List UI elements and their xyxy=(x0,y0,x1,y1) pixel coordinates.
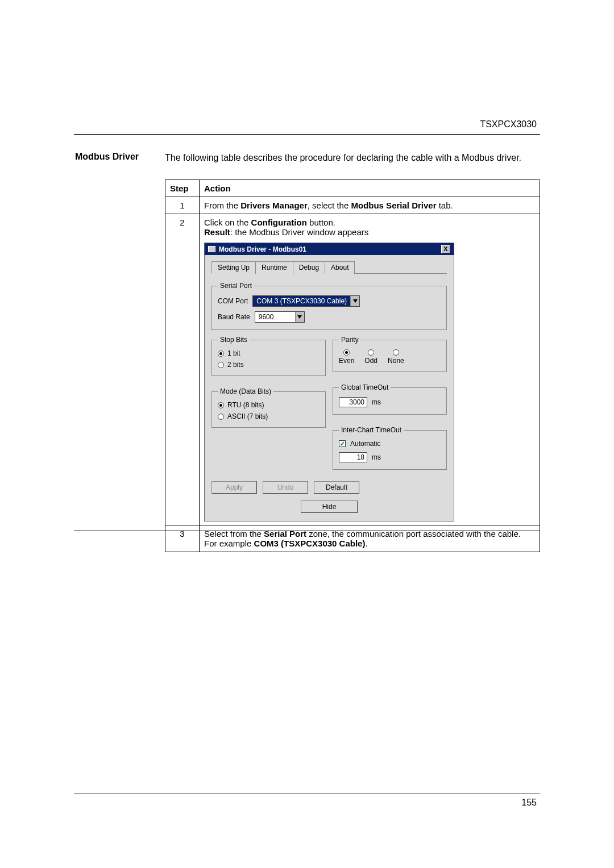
parity-none[interactable]: None xyxy=(388,349,404,365)
intro-paragraph: The following table describes the proced… xyxy=(165,152,537,164)
window-icon xyxy=(208,246,215,252)
col-step: Step xyxy=(165,180,200,197)
baud-rate-value: 9600 xyxy=(255,312,295,322)
checkbox-label: Automatic xyxy=(350,440,380,448)
stop-bits-legend: Stop Bits xyxy=(218,336,250,344)
radio-label: ASCII (7 bits) xyxy=(227,412,268,420)
svg-marker-1 xyxy=(297,315,302,319)
chevron-down-icon xyxy=(350,296,359,306)
steps-table-wrap: Step Action 1 From the Drivers Manager, … xyxy=(165,180,540,552)
svg-marker-0 xyxy=(353,299,358,303)
document-page: TSXPCX3030 Modbus Driver The following t… xyxy=(0,0,614,868)
radio-icon xyxy=(343,349,350,356)
parity-even[interactable]: Even xyxy=(339,349,354,365)
mode-rtu[interactable]: RTU (8 bits) xyxy=(218,401,320,409)
mid-rule xyxy=(74,531,540,531)
radio-label: Even xyxy=(339,357,354,365)
radio-label: None xyxy=(388,357,404,365)
inter-chart-timeout-input[interactable]: 18 xyxy=(339,452,367,462)
radio-icon xyxy=(218,414,224,420)
radio-label: Odd xyxy=(364,357,377,365)
parity-odd[interactable]: Odd xyxy=(364,349,377,365)
global-timeout-fieldset: Global TimeOut 3000 ms xyxy=(333,383,447,415)
hide-button[interactable]: Hide xyxy=(301,500,358,513)
step1-action: From the Drivers Manager, select the Mod… xyxy=(200,197,540,214)
step-number: 3 xyxy=(165,525,200,552)
radio-icon xyxy=(368,349,374,356)
table-header-row: Step Action xyxy=(165,180,540,197)
radio-label: RTU (8 bits) xyxy=(227,401,264,409)
top-rule xyxy=(74,134,540,135)
bold-text: Drivers Manager xyxy=(240,201,308,210)
close-button[interactable]: X xyxy=(441,245,450,253)
mode-ascii[interactable]: ASCII (7 bits) xyxy=(218,412,320,420)
unit-label: ms xyxy=(372,453,381,461)
baud-rate-label: Baud Rate xyxy=(218,313,250,321)
parity-legend: Parity xyxy=(339,336,361,344)
stop-bits-1[interactable]: 1 bit xyxy=(218,349,320,357)
table-row: 2 Click on the Configuration button. Res… xyxy=(165,214,540,525)
table-row: 3 Select from the Serial Port zone, the … xyxy=(165,525,540,552)
global-timeout-legend: Global TimeOut xyxy=(339,383,391,391)
radio-icon xyxy=(393,349,399,356)
bold-text: Result xyxy=(204,227,230,237)
text: : the Modbus Driver window appears xyxy=(230,227,368,237)
step2-action: Click on the Configuration button. Resul… xyxy=(200,214,540,525)
bold-text: Modbus Serial Driver xyxy=(351,201,436,210)
checkbox-icon: ✓ xyxy=(339,440,346,447)
header-product: TSXPCX3030 xyxy=(480,119,537,130)
steps-table: Step Action 1 From the Drivers Manager, … xyxy=(165,180,540,552)
inter-chart-timeout-fieldset: Inter-Chart TimeOut ✓ Automatic 18 xyxy=(333,426,447,470)
radio-icon xyxy=(218,362,224,368)
apply-button[interactable]: Apply xyxy=(211,481,257,494)
parity-fieldset: Parity Even xyxy=(333,336,447,372)
com-port-label: COM Port xyxy=(218,297,248,305)
stop-bits-2[interactable]: 2 bits xyxy=(218,361,320,369)
modbus-driver-dialog: Modbus Driver - Modbus01 X Setting Up Ru… xyxy=(204,243,454,521)
dialog-title: Modbus Driver - Modbus01 xyxy=(219,245,306,253)
radio-icon xyxy=(218,402,224,408)
unit-label: ms xyxy=(372,398,381,406)
chevron-down-icon xyxy=(295,312,304,322)
page-number: 155 xyxy=(521,798,537,808)
button-row: Apply Undo Default xyxy=(211,481,447,494)
text: Click on the xyxy=(204,218,251,227)
step-number: 1 xyxy=(165,197,200,214)
radio-label: 1 bit xyxy=(227,349,240,357)
stop-bits-fieldset: Stop Bits 1 bit 2 bits xyxy=(211,336,326,376)
tab-runtime[interactable]: Runtime xyxy=(255,261,293,274)
tab-setting-up[interactable]: Setting Up xyxy=(211,261,256,274)
mode-legend: Mode (Data Bits) xyxy=(218,387,273,395)
global-timeout-input[interactable]: 3000 xyxy=(339,397,367,407)
bold-text: COM3 (TSXPCX3030 Cable) xyxy=(254,539,366,548)
baud-rate-combo[interactable]: 9600 xyxy=(255,311,305,323)
radio-icon xyxy=(218,350,224,357)
table-row: 1 From the Drivers Manager, select the M… xyxy=(165,197,540,214)
col-action: Action xyxy=(200,180,540,197)
text: tab. xyxy=(437,201,453,210)
text: . xyxy=(365,539,367,548)
default-button[interactable]: Default xyxy=(314,481,359,494)
dialog-body: Setting Up Runtime Debug About Serial Po… xyxy=(205,255,454,521)
footer-rule xyxy=(74,794,540,794)
undo-button[interactable]: Undo xyxy=(263,481,308,494)
text: button. xyxy=(307,218,335,227)
serial-port-fieldset: Serial Port COM Port COM 3 (TSXPCX3030 C… xyxy=(211,282,447,330)
step-number: 2 xyxy=(165,214,200,525)
com-port-value: COM 3 (TSXPCX3030 Cable) xyxy=(253,296,350,306)
tab-debug[interactable]: Debug xyxy=(293,261,325,274)
radio-label: 2 bits xyxy=(227,361,244,369)
automatic-checkbox-row[interactable]: ✓ Automatic xyxy=(339,440,441,448)
com-port-combo[interactable]: COM 3 (TSXPCX3030 Cable) xyxy=(252,295,360,307)
tab-about[interactable]: About xyxy=(325,261,355,274)
tabs: Setting Up Runtime Debug About xyxy=(211,261,447,274)
dialog-titlebar: Modbus Driver - Modbus01 X xyxy=(205,243,454,255)
mode-fieldset: Mode (Data Bits) RTU (8 bits) ASC xyxy=(211,387,326,428)
side-heading: Modbus Driver xyxy=(75,152,139,162)
step3-action: Select from the Serial Port zone, the co… xyxy=(200,525,540,552)
inter-chart-timeout-legend: Inter-Chart TimeOut xyxy=(339,426,404,434)
serial-port-legend: Serial Port xyxy=(218,282,254,290)
text: From the xyxy=(204,201,240,210)
text: , select the xyxy=(308,201,351,210)
bold-text: Configuration xyxy=(251,218,307,227)
